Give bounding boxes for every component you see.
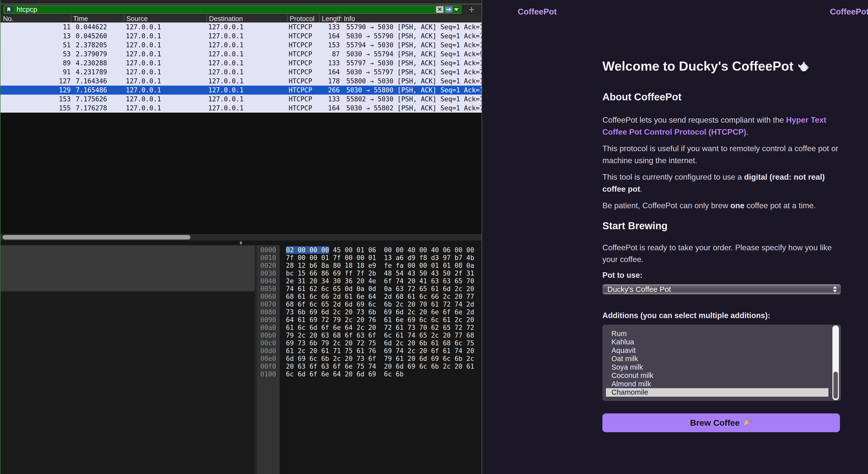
- packet-row[interactable]: 129 7.165486 127.0.0.1 127.0.0.1 HTCPCP …: [0, 86, 482, 95]
- additions-label: Additions (you can select multiple addit…: [602, 311, 841, 320]
- column-no[interactable]: No.: [0, 15, 71, 23]
- hex-line[interactable]: 009064 61 69 72 79 2c 20 76 61 6e 69 6c …: [257, 316, 482, 324]
- text-segment: one: [731, 201, 744, 210]
- addition-option[interactable]: Soya milk: [606, 363, 829, 372]
- hex-selected-bytes: 02 00 00 00: [286, 246, 329, 254]
- hex-line[interactable]: 008073 6b 69 6d 2c 20 73 6b 69 6d 2c 20 …: [257, 308, 482, 316]
- pane-splitter-handle[interactable]: [240, 241, 242, 244]
- addition-option[interactable]: Chamomile: [606, 388, 829, 397]
- column-protocol[interactable]: Protocol: [287, 15, 319, 23]
- filter-clear-button[interactable]: ✕: [436, 6, 443, 13]
- page-content: Welcome to Ducky's CoffeePot About Coffe…: [602, 58, 841, 432]
- hex-line[interactable]: 000002 00 00 00 45 00 01 06 00 00 40 00 …: [257, 246, 482, 254]
- packet-list: 11 0.044622 127.0.0.1 127.0.0.1 HTCPCP 1…: [0, 23, 482, 113]
- filter-dropdown-caret[interactable]: [454, 8, 459, 11]
- packet-row[interactable]: 155 7.176278 127.0.0.1 127.0.0.1 HTCPCP …: [0, 104, 482, 113]
- nav-brand-link[interactable]: CoffeePot: [518, 7, 557, 16]
- nav-right-link[interactable]: CoffeePot: [830, 7, 868, 16]
- detail-tree-row[interactable]: cream, half-and-half, whole-milk, part-s…: [0, 336, 255, 345]
- detail-tree-row[interactable]: >Frame 129: 266 bytes on wire (2128 bits…: [0, 246, 255, 255]
- packet-time: 7.176278: [71, 104, 124, 113]
- about-paragraph-2: This protocol is useful if you want to r…: [602, 143, 841, 166]
- addition-option[interactable]: Almond milk: [606, 380, 829, 388]
- brew-coffee-button[interactable]: Brew Coffee: [602, 413, 840, 432]
- packet-time: 0.044622: [71, 23, 124, 32]
- hex-line[interactable]: 00e06d 69 6c 6b 2c 20 73 6f 79 61 20 6d …: [257, 355, 482, 363]
- pot-select-value: Ducky's Coffee Pot: [608, 285, 671, 294]
- hex-line[interactable]: 00b079 2c 20 63 68 6f 63 6f 6c 61 74 65 …: [257, 332, 482, 339]
- horizontal-scrollbar-thumb[interactable]: [2, 235, 190, 239]
- addition-option[interactable]: Aquavit: [606, 346, 829, 355]
- horizontal-scrollbar[interactable]: [0, 234, 482, 240]
- packet-row[interactable]: 127 7.164346 127.0.0.1 127.0.0.1 HTCPCP …: [0, 76, 482, 86]
- text-segment: coffee pot at a time.: [744, 201, 816, 210]
- packet-row[interactable]: 51 2.378205 127.0.0.1 127.0.0.1 HTCPCP 1…: [0, 40, 482, 49]
- listbox-scrollbar[interactable]: [832, 325, 839, 400]
- hex-line[interactable]: 00f020 63 6f 63 6f 6e 75 74 20 6d 69 6c …: [257, 363, 482, 370]
- column-info[interactable]: Info: [341, 15, 482, 23]
- hex-line[interactable]: 00a061 6c 6d 6f 6e 64 2c 20 72 61 73 70 …: [257, 324, 482, 332]
- detail-tree-row[interactable]: >Transmission Control Protocol, Src Port…: [0, 273, 255, 282]
- detail-tree-row[interactable]: >Null/Loopback: [0, 255, 255, 264]
- filter-apply-button[interactable]: [445, 6, 453, 13]
- hex-rest-bytes: 68 6f 6c 65 2d 6d 69 6c 6b 2c 20 70 61 7…: [286, 301, 474, 308]
- detail-tree-row[interactable]: vHTCPCP Data: [0, 327, 255, 336]
- additions-listbox[interactable]: RumKahluaAquavitOat milkSoya milkCoconut…: [602, 325, 841, 401]
- detail-tree-row[interactable]: Response Version: HTCPCP/1.1: [0, 300, 255, 309]
- pot-select[interactable]: Ducky's Coffee Pot: [602, 284, 841, 294]
- hex-line[interactable]: 00107f 00 00 01 7f 00 00 01 13 a6 d9 f8 …: [257, 254, 482, 262]
- column-time[interactable]: Time: [71, 15, 124, 23]
- packet-row[interactable]: 91 4.231789 127.0.0.1 127.0.0.1 HTCPCP 1…: [0, 68, 482, 76]
- hex-line[interactable]: 006068 61 6c 66 2d 61 6e 64 2d 68 61 6c …: [257, 293, 482, 301]
- packet-row[interactable]: 13 0.045260 127.0.0.1 127.0.0.1 HTCPCP 1…: [0, 32, 482, 40]
- hex-line[interactable]: 00c069 73 6b 79 2c 20 72 75 6d 2c 20 6b …: [257, 339, 482, 347]
- hex-rest-bytes: 6c 6d 6f 6e 64 20 6d 69 6c 6b: [286, 370, 404, 378]
- column-destination[interactable]: Destination: [207, 15, 287, 23]
- packet-no: 11: [0, 23, 71, 32]
- packet-row[interactable]: 89 4.230288 127.0.0.1 127.0.0.1 HTCPCP 1…: [0, 59, 482, 68]
- hex-line[interactable]: 007068 6f 6c 65 2d 6d 69 6c 6b 2c 20 70 …: [257, 301, 482, 308]
- hex-line[interactable]: 002028 12 b6 8a 80 18 18 e9 fe fa 00 00 …: [257, 262, 482, 270]
- addition-option[interactable]: Coconut milk: [606, 371, 829, 380]
- page-title: Welcome to Ducky's CoffeePot: [602, 58, 841, 75]
- packet-no: 51: [0, 40, 71, 49]
- hex-line[interactable]: 01006c 6d 6f 6e 64 20 6d 69 6c 6b: [257, 370, 482, 378]
- detail-tree-row[interactable]: vHTCPCP/1.1 406 Not Acceptable: [0, 291, 255, 300]
- packet-no: 13: [0, 32, 71, 40]
- filter-bookmark-icon[interactable]: [5, 6, 12, 12]
- packet-row[interactable]: 153 7.175626 127.0.0.1 127.0.0.1 HTCPCP …: [0, 95, 482, 104]
- listbox-scrollbar-thumb[interactable]: [833, 372, 838, 399]
- coffeepot-page: CoffeePot CoffeePot Welcome to Ducky's C…: [482, 0, 868, 474]
- hex-line[interactable]: 0030bc 15 66 86 69 ff 7f 2b 48 54 43 50 …: [257, 270, 482, 277]
- start-brewing-heading: Start Brewing: [602, 220, 841, 232]
- packet-protocol: HTCPCP: [287, 40, 319, 49]
- column-length[interactable]: Length: [319, 15, 341, 23]
- detail-hex-splitter[interactable]: [255, 245, 257, 474]
- hex-line[interactable]: 005074 61 62 6c 65 0d 0a 0d 0a 63 72 65 …: [257, 285, 482, 293]
- about-paragraph-3: This tool is currently configured to use…: [602, 171, 841, 195]
- detail-tree-row[interactable]: >Internet Protocol Version 4, Src: 127.0…: [0, 264, 255, 273]
- add-filter-button[interactable]: +: [468, 4, 474, 15]
- column-source[interactable]: Source: [124, 15, 207, 23]
- filter-text[interactable]: htcpcp: [17, 5, 436, 13]
- detail-tree-row[interactable]: vHyper Text Coffee Pot Control Protocol: [0, 282, 255, 291]
- addition-option[interactable]: Oat milk: [606, 354, 829, 363]
- addition-option[interactable]: Kahlua: [606, 338, 829, 346]
- pane-splitter[interactable]: [0, 240, 482, 245]
- hex-line[interactable]: 00d061 2c 20 61 71 75 61 76 69 74 2c 20 …: [257, 347, 482, 355]
- pot-select-label: Pot to use:: [602, 270, 841, 280]
- hex-offset: 0090: [257, 316, 280, 324]
- packet-source: 127.0.0.1: [124, 23, 207, 32]
- text-segment: .: [746, 127, 748, 136]
- packet-row[interactable]: 53 2.379079 127.0.0.1 127.0.0.1 HTCPCP 8…: [0, 49, 482, 59]
- display-filter-input[interactable]: htcpcp ✕: [3, 5, 462, 14]
- packet-row[interactable]: 11 0.044622 127.0.0.1 127.0.0.1 HTCPCP 1…: [0, 23, 482, 32]
- addition-option[interactable]: Rum: [606, 330, 829, 338]
- hex-bytes: 2e 31 20 34 30 36 20 4e 6f 74 20 41 63 6…: [280, 277, 474, 285]
- packet-info: 55794 → 5030 [PSH, ACK] Seq=1 Ack=1: [341, 40, 482, 49]
- detail-tree-row[interactable]: Response Phrase: Not Acceptable: [0, 318, 255, 327]
- packet-destination: 127.0.0.1: [207, 76, 287, 86]
- hex-line[interactable]: 00402e 31 20 34 30 36 20 4e 6f 74 20 41 …: [257, 277, 482, 285]
- packet-length: 133: [319, 23, 341, 32]
- detail-tree-row[interactable]: Status Code: 406: [0, 309, 255, 318]
